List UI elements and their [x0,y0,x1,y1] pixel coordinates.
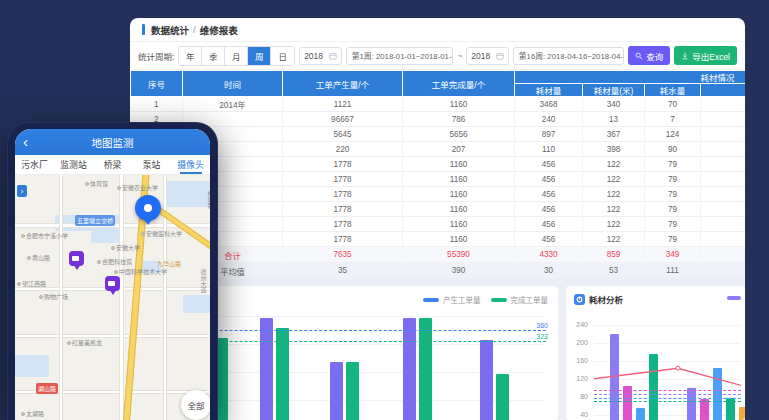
table-cell: 859 [583,247,645,263]
bar-consumable [687,388,696,420]
table-cell: 690 [701,112,746,127]
all-filter-button[interactable]: 全部 [181,390,210,420]
map-view[interactable]: › 全部 五里墩立交桥湖山路体育馆安徽农业大学合肥市宁溪小学安徽医科大学安徽大学… [15,175,210,420]
table-cell: 456 [515,217,583,232]
table-cell: 1778 [283,217,403,232]
map-label: 桐城路 [206,191,210,209]
table-cell: 1121 [283,97,403,112]
download-icon [681,52,689,60]
table-cell: 456 [515,157,583,172]
phone-tab-bar: 污水厂监测站桥梁泵站摄像头 [15,155,210,175]
map-label-text: 九华山路 [157,259,181,268]
tab-桥梁[interactable]: 桥梁 [93,155,132,174]
period-option-日[interactable]: 日 [271,47,294,65]
range-separator: ~ [457,51,462,61]
legend-swatch [491,298,507,302]
camera-marker[interactable] [69,251,84,266]
table-cell: 122 [583,232,645,247]
col-group-consumables: 耗材情况 [515,71,746,84]
map-label-text: 德州大道 [199,269,208,293]
phone-app-header: ‹ 地图监测 [15,129,210,155]
bar-completed [419,318,432,420]
table-row: 42202071103989019 [131,142,746,157]
period-option-季[interactable]: 季 [202,47,225,65]
table-cell: 111 [645,263,701,279]
map-expander-button[interactable]: › [17,185,27,197]
legend-item-产生工单量[interactable]: 产生工单量 [423,294,481,305]
search-button[interactable]: 查询 [628,46,670,65]
map-pin-selected[interactable] [135,195,161,221]
table-cell: 19 [701,142,746,157]
camera-marker[interactable] [105,276,120,291]
export-excel-button[interactable]: 导出Excel [674,46,737,65]
breadcrumb-page: 维修报表 [200,23,238,37]
table-cell: 456 [515,202,583,217]
table-cell: 1778 [283,232,403,247]
table-cell: 4330 [515,247,583,263]
poi-icon [117,186,121,190]
map-label-text: 中国科学技术大学 [119,267,167,276]
map-label: 红星美凯龙 [67,338,102,347]
table-cell: 1778 [283,172,403,187]
y-tick-label: 160 [572,357,588,364]
table-cell: 1778 [283,187,403,202]
map-label-text: 安徽医科大学 [146,229,182,238]
poi-icon [114,270,118,274]
table-cell: 79 [645,187,701,202]
tab-监测站[interactable]: 监测站 [54,155,93,174]
poi-icon [141,232,145,236]
map-label-text: 太湖路 [26,409,44,418]
bar-created [403,318,416,420]
period-segmented-control: 年季月周日 [178,46,295,66]
legend-item-完成工单量[interactable]: 完成工单量 [491,294,549,305]
back-button[interactable]: ‹ [23,130,28,154]
year-end-select[interactable]: 2018 [466,47,509,65]
bar-created [330,362,343,420]
table-cell: 67 [701,157,746,172]
subcol-4: 用量 [701,84,746,97]
map-label: 安徽大学 [111,243,140,252]
table-cell: 79 [645,157,701,172]
table-cell: 124 [645,127,701,142]
map-label: 黄山路 [27,253,50,262]
col-index: 序号 [131,71,183,97]
period-option-月[interactable]: 月 [225,47,248,65]
bar-created [480,340,493,420]
poi-icon [111,246,115,250]
map-label-text: 桐城路 [206,191,210,209]
table-cell: 390 [403,263,515,279]
y-tick-label: 120 [572,375,588,382]
period-option-年[interactable]: 年 [179,47,202,65]
chart-title: 耗材分析 [589,293,623,305]
bar-created [260,318,273,420]
legend-swatch [423,298,439,302]
week-range-start-input[interactable]: 第1周: 2018-01-01~2018-01-07 [346,47,454,65]
table-cell: 35 [283,263,403,279]
search-icon [635,52,643,60]
period-option-周[interactable]: 周 [248,47,271,65]
tab-摄像头[interactable]: 摄像头 [171,155,210,174]
table-cell: 140 [701,263,746,279]
map-label: 安徽医科大学 [141,229,182,238]
subcol-1: 耗材量 [515,84,583,97]
map-label: 太湖路 [21,409,44,418]
table-total-row: 合计7635553904330859349330 [131,247,746,263]
week-range-end-input[interactable]: 第16周: 2018-04-16~2018-04-22 [513,47,624,65]
table-row: 12014年112111603468340702505 [131,97,746,112]
subcol-2: 耗材量(米) [583,84,645,97]
table-cell: 1160 [403,187,515,202]
map-label: 购物广场 [39,292,68,301]
tab-污水厂[interactable]: 污水厂 [15,155,54,174]
tab-泵站[interactable]: 泵站 [132,155,171,174]
table-cell: 2014年 [183,97,283,112]
table-cell: 67 [701,202,746,217]
year-start-select[interactable]: 2018 [299,47,342,65]
table-cell: 5656 [403,127,515,142]
bar-completed [496,374,509,420]
gridline [594,325,741,326]
table-cell: 67 [701,217,746,232]
table-cell: 122 [583,172,645,187]
consumables-chart-card: 耗材分析 2402001601208040 [566,286,745,420]
table-cell: 456 [515,232,583,247]
table-cell: 67 [701,187,746,202]
